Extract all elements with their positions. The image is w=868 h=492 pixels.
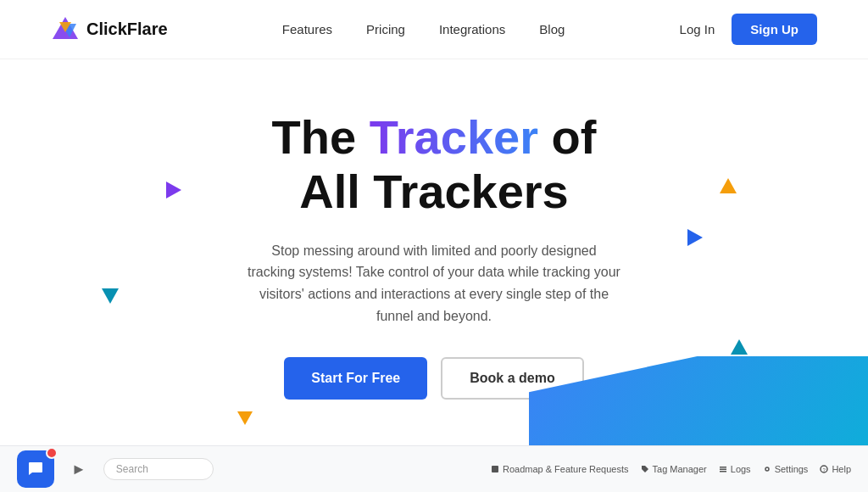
signup-button[interactable]: Sign Up: [732, 14, 817, 45]
navbar: ClickFlare Features Pricing Integrations…: [0, 0, 868, 59]
brand-name: ClickFlare: [86, 20, 168, 39]
search-placeholder: Search: [116, 463, 148, 475]
hero-section: The Tracker of All Trackers Stop messing…: [0, 59, 868, 400]
chat-button[interactable]: [17, 450, 54, 488]
svg-point-7: [765, 467, 769, 471]
bottom-ui-strip: ► Search Roadmap & Feature Requests Tag …: [0, 445, 868, 492]
svg-rect-4: [720, 467, 726, 468]
decoration-triangle-yellow-top: [720, 178, 737, 193]
logo[interactable]: ClickFlare: [51, 15, 168, 44]
search-bar[interactable]: Search: [103, 458, 214, 480]
nav-arrow-icon: ►: [71, 461, 86, 478]
decoration-triangle-teal-right: [731, 339, 748, 355]
decoration-triangle-teal-left: [102, 288, 119, 304]
hero-title: The Tracker of All Trackers: [272, 110, 597, 220]
nav-item-blog[interactable]: Blog: [539, 22, 565, 37]
hero-title-pre: The: [272, 110, 370, 164]
nav-links: Features Pricing Integrations Blog: [282, 22, 565, 37]
strip-item-roadmap[interactable]: Roadmap & Feature Requests: [491, 464, 629, 474]
nav-item-features[interactable]: Features: [282, 22, 332, 37]
logo-icon: [51, 15, 80, 44]
nav-right: Log In Sign Up: [680, 14, 817, 45]
decoration-triangle-blue-right: [687, 229, 703, 246]
nav-item-pricing[interactable]: Pricing: [366, 22, 405, 37]
strip-item-logs[interactable]: Logs: [719, 464, 751, 474]
strip-item-help[interactable]: ? Help: [820, 464, 851, 474]
strip-item-settings[interactable]: Settings: [763, 464, 809, 474]
svg-text:?: ?: [823, 467, 826, 472]
hero-title-post: of: [538, 110, 596, 164]
svg-rect-5: [720, 469, 726, 471]
strip-right-items: Roadmap & Feature Requests Tag Manager L…: [491, 464, 851, 474]
svg-rect-3: [492, 466, 498, 472]
hero-title-highlight: Tracker: [370, 110, 538, 164]
start-free-button[interactable]: Start For Free: [284, 357, 427, 400]
nav-item-integrations[interactable]: Integrations: [439, 22, 505, 37]
hero-title-line2: All Trackers: [299, 165, 569, 218]
decoration-triangle-purple: [166, 182, 181, 198]
svg-rect-6: [720, 471, 726, 472]
strip-item-tag-manager[interactable]: Tag Manager: [641, 464, 707, 474]
hero-subtitle: Stop messing around with limited and poo…: [248, 240, 620, 327]
decoration-triangle-yellow-bottom: [237, 411, 253, 425]
login-button[interactable]: Log In: [680, 22, 715, 36]
